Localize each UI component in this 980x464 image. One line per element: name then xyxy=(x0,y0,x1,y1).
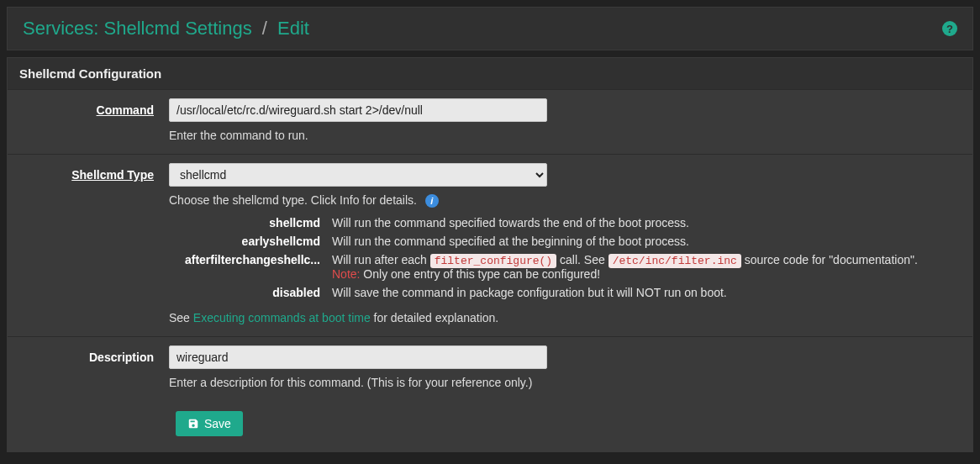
help-type: Choose the shellcmd type. Click Info for… xyxy=(169,193,962,208)
info-icon[interactable]: i xyxy=(425,194,439,208)
help-command: Enter the command to run. xyxy=(169,129,962,142)
type-definitions: shellcmd Will run the command specified … xyxy=(169,216,962,299)
label-description: Description xyxy=(18,345,169,389)
note-label: Note: xyxy=(332,267,360,281)
page-header: Services: Shellcmd Settings / Edit ? xyxy=(7,7,973,50)
label-command: Command xyxy=(18,98,169,142)
help-icon[interactable]: ? xyxy=(942,21,957,36)
label-type: Shellcmd Type xyxy=(18,163,169,324)
def-term-shellcmd: shellcmd xyxy=(169,216,320,229)
config-panel: Shellcmd Configuration Command Enter the… xyxy=(7,57,973,452)
def-desc-shellcmd: Will run the command specified towards t… xyxy=(332,216,962,229)
panel-heading: Shellcmd Configuration xyxy=(8,58,972,89)
breadcrumb-root[interactable]: Services: Shellcmd Settings xyxy=(23,18,252,39)
page-title: Services: Shellcmd Settings / Edit xyxy=(23,18,309,40)
breadcrumb-current: Edit xyxy=(277,18,309,39)
save-button[interactable]: Save xyxy=(176,411,243,436)
def-term-afterfilter: afterfilterchangeshellc... xyxy=(169,253,320,281)
def-desc-earlyshellcmd: Will run the command specified at the be… xyxy=(332,235,962,248)
row-actions: Save xyxy=(8,401,972,451)
def-desc-afterfilter: Will run after each filter_configure() c… xyxy=(332,253,962,281)
link-boot-docs[interactable]: Executing commands at boot time xyxy=(193,311,371,324)
see-also: See Executing commands at boot time for … xyxy=(169,311,962,324)
def-term-disabled: disabled xyxy=(169,286,320,299)
save-icon xyxy=(187,418,199,430)
type-select[interactable]: shellcmd xyxy=(169,163,547,187)
command-input[interactable] xyxy=(169,98,547,122)
def-desc-disabled: Will save the command in package configu… xyxy=(332,286,962,299)
description-input[interactable] xyxy=(169,345,547,369)
save-button-label: Save xyxy=(204,417,231,430)
help-description: Enter a description for this command. (T… xyxy=(169,376,962,389)
code-filter-configure: filter_configure() xyxy=(430,254,556,268)
code-filter-inc: /etc/inc/filter.inc xyxy=(609,254,741,268)
breadcrumb-separator: / xyxy=(262,18,267,39)
row-command: Command Enter the command to run. xyxy=(8,89,972,154)
def-term-earlyshellcmd: earlyshellcmd xyxy=(169,235,320,248)
row-type: Shellcmd Type shellcmd Choose the shellc… xyxy=(8,154,972,336)
row-description: Description Enter a description for this… xyxy=(8,336,972,401)
